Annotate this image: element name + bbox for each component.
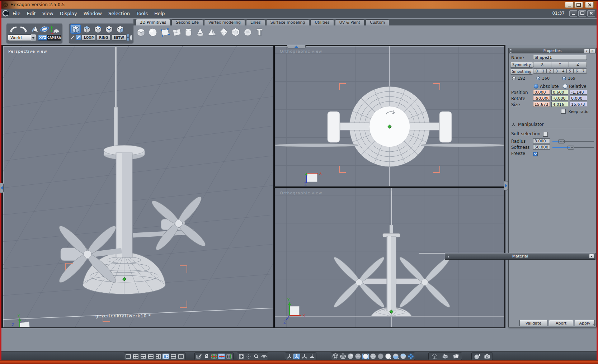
symmetry-button[interactable]: Symmetry <box>510 62 533 68</box>
select-face-mode-button[interactable] <box>81 24 92 34</box>
window-close-button[interactable] <box>585 2 594 8</box>
window-maximize-button[interactable] <box>574 2 583 8</box>
mdi-minimize-button[interactable] <box>569 10 577 16</box>
loop-button[interactable]: LOOP <box>82 34 96 41</box>
abort-button[interactable]: Abort <box>549 320 573 326</box>
panel-grip-icon[interactable] <box>510 49 513 53</box>
radius-input[interactable] <box>533 138 550 143</box>
ring-button[interactable]: RING <box>97 34 110 41</box>
shading-flat-button[interactable] <box>347 354 354 359</box>
panel-close-button[interactable]: ✕ <box>590 49 595 53</box>
position-y-input[interactable] <box>551 90 568 95</box>
freeze-checkbox[interactable] <box>533 152 538 156</box>
grid-lock-button[interactable] <box>203 354 210 359</box>
radius-slider[interactable] <box>552 141 594 142</box>
select-side-mode-button[interactable] <box>115 24 125 34</box>
position-z-input[interactable] <box>570 90 587 95</box>
paint-select-active-button[interactable] <box>76 35 81 40</box>
tab-utilities[interactable]: Utilities <box>310 19 334 25</box>
menu-display[interactable]: Display <box>57 11 80 16</box>
ortho-top-viewport[interactable]: X Z Orthographic view <box>274 46 505 187</box>
menu-help[interactable]: Help <box>151 11 168 16</box>
symmetry-z-button[interactable]: Z <box>569 62 587 67</box>
eye-view-button[interactable] <box>260 354 267 359</box>
menu-window[interactable]: Window <box>80 11 105 16</box>
layout-two-columns-button[interactable] <box>178 354 184 359</box>
material-bar[interactable]: Material <box>445 253 595 260</box>
validate-button[interactable]: Validate <box>519 320 547 326</box>
position-x-input[interactable] <box>533 90 550 95</box>
tab-custom[interactable]: Custom <box>366 19 389 25</box>
sphere-ring-tool-icon[interactable] <box>39 24 50 34</box>
tab-surface-modeling[interactable]: Surface modeling <box>266 19 310 25</box>
viewport-splitter-left[interactable] <box>0 183 4 193</box>
rotate-x-input[interactable] <box>533 96 550 101</box>
shading-wire-shaded-button[interactable] <box>354 354 361 359</box>
material-grip-icon[interactable] <box>446 254 449 258</box>
lasso-select-icon[interactable] <box>130 35 132 41</box>
redo-button[interactable] <box>18 24 29 34</box>
snap-axis-button[interactable] <box>211 354 217 359</box>
shading-bottom-lit-button[interactable] <box>392 354 399 359</box>
primitive-grid-button[interactable] <box>170 26 182 38</box>
layout-left-right-split-button[interactable] <box>155 354 162 359</box>
paint-select-button[interactable] <box>70 35 75 40</box>
smoothing-level-1[interactable]: 1 <box>540 68 547 74</box>
shading-wireframe-dense-button[interactable] <box>339 354 346 359</box>
softness-slider[interactable] <box>552 147 594 148</box>
mdi-close-button[interactable] <box>587 10 595 16</box>
primitive-polyhedron-button[interactable] <box>230 26 241 38</box>
size-x-input[interactable] <box>533 102 550 107</box>
fit-view-button[interactable] <box>238 354 245 359</box>
soft-selection-checkbox[interactable] <box>543 132 548 137</box>
panel-menu-button[interactable]: ▾ <box>584 49 589 53</box>
grid-visible-button[interactable] <box>218 354 225 359</box>
absolute-radio[interactable] <box>534 84 538 89</box>
menu-file[interactable]: File <box>9 11 24 16</box>
size-y-input[interactable] <box>551 102 568 107</box>
marquee-select-icon[interactable] <box>127 34 129 41</box>
primitive-cone-button[interactable] <box>194 26 206 38</box>
menu-selection[interactable]: Selection <box>105 11 133 16</box>
grid-edit-button[interactable] <box>196 354 202 359</box>
cone-tool-icon[interactable] <box>29 24 39 34</box>
tab-uv-paint[interactable]: UV & Paint <box>335 19 364 25</box>
shading-wireframe-button[interactable] <box>332 354 339 359</box>
show-open-box-button[interactable] <box>440 354 450 359</box>
shading-multi-view-button[interactable] <box>407 354 414 359</box>
rotate-z-input[interactable] <box>570 96 587 101</box>
betw-button[interactable]: BETW <box>112 34 126 41</box>
render-sphere-button[interactable] <box>472 354 482 359</box>
tab-vertex-modeling[interactable]: Vertex modeling <box>204 19 245 25</box>
shading-smooth-button[interactable] <box>362 354 369 359</box>
window-minimize-button[interactable] <box>565 2 574 8</box>
size-z-input[interactable] <box>570 102 587 107</box>
perspective-viewport[interactable]: Y X Z Perspective view gezeitenkraftwerk… <box>3 46 274 328</box>
primitive-rock-button[interactable] <box>241 26 253 38</box>
panel-resize-grip[interactable] <box>592 322 596 327</box>
manipulator-off-button[interactable] <box>286 354 293 359</box>
mdi-restore-button[interactable] <box>578 10 586 16</box>
render-camera-button[interactable] <box>482 354 492 359</box>
shading-smooth-wire-button[interactable] <box>369 354 376 359</box>
show-backfaces-button[interactable] <box>451 354 461 359</box>
symmetry-x-button[interactable]: X <box>533 62 551 67</box>
primitive-cube-button[interactable] <box>135 26 147 38</box>
softness-input[interactable] <box>533 145 550 150</box>
tidal-turbine-model[interactable] <box>56 47 208 295</box>
smoothing-level-4[interactable]: 4 <box>560 68 567 74</box>
title-bar[interactable]: Hexagon Version 2.5.0.5 <box>1 1 597 9</box>
shading-matte-button[interactable] <box>377 354 384 359</box>
layout-two-rows-button[interactable] <box>170 354 177 359</box>
radius-slider-thumb[interactable] <box>558 140 565 143</box>
primitive-text-button[interactable] <box>253 26 265 38</box>
ghost-tool-icon[interactable] <box>50 24 60 34</box>
layout-bottom-top-split-button[interactable] <box>147 354 154 359</box>
zoom-view-button[interactable] <box>253 354 260 359</box>
tab-lines[interactable]: Lines <box>246 19 265 25</box>
pan-view-button[interactable] <box>245 354 252 359</box>
rotate-y-input[interactable] <box>551 96 568 101</box>
viewport-splitter-right[interactable] <box>504 181 508 190</box>
keep-ratio-checkbox[interactable] <box>561 109 566 114</box>
material-expand-button[interactable] <box>589 254 594 259</box>
